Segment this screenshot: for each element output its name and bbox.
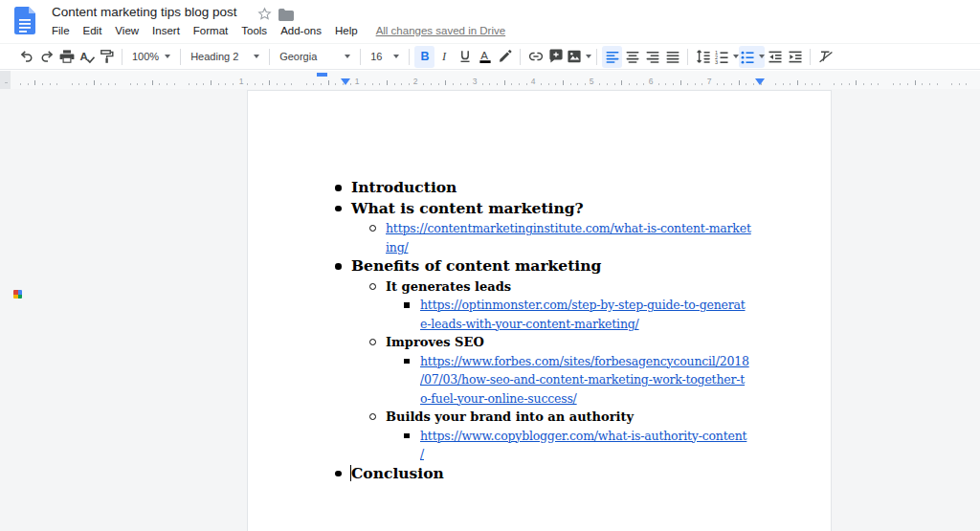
ruler-tick — [739, 80, 740, 85]
ruler-tick — [526, 83, 527, 85]
bulleted-list-button[interactable] — [739, 46, 765, 68]
list-bullet-icon — [369, 413, 376, 420]
doc-line[interactable]: https://optinmonster.com/step-by-step-gu… — [248, 296, 831, 315]
doc-link[interactable]: o-fuel-your-online-success/ — [420, 391, 577, 406]
doc-link[interactable]: https://contentmarketinginstitute.com/wh… — [386, 221, 751, 235]
italic-button[interactable]: I — [434, 46, 455, 68]
menu-file[interactable]: File — [45, 24, 77, 37]
document-page[interactable]: IntroductionWhat is content marketing?ht… — [247, 90, 832, 531]
ruler-tick — [519, 83, 520, 85]
print-button[interactable] — [56, 46, 77, 68]
doc-link[interactable]: https://www.copyblogger.com/what-is-auth… — [420, 429, 746, 443]
ruler-tick — [907, 83, 908, 85]
doc-line[interactable]: o-fuel-your-online-success/ — [248, 389, 831, 409]
ruler-tick — [306, 83, 307, 85]
font-dropdown[interactable]: Georgia — [275, 46, 355, 68]
menu-edit[interactable]: Edit — [77, 24, 109, 37]
doc-link[interactable]: https://optinmonster.com/step-by-step-gu… — [420, 298, 746, 312]
doc-line[interactable]: https://www.copyblogger.com/what-is-auth… — [248, 427, 831, 446]
doc-line[interactable]: Benefits of content marketing — [248, 256, 831, 277]
doc-line[interactable]: / — [248, 445, 831, 464]
undo-button[interactable] — [16, 46, 36, 68]
align-right-button[interactable] — [642, 46, 662, 68]
doc-line[interactable]: It generates leads — [248, 277, 831, 297]
toolbar-separator — [687, 49, 688, 65]
document-title[interactable]: Content marketing tips blog post — [52, 5, 237, 19]
doc-line[interactable]: /07/03/how-seo-and-content-marketing-wor… — [248, 370, 831, 389]
line-spacing-button[interactable] — [693, 46, 713, 68]
menu-help[interactable]: Help — [328, 24, 365, 37]
doc-link[interactable]: https://www.forbes.com/sites/forbesagenc… — [420, 354, 749, 368]
align-left-button[interactable] — [602, 46, 622, 68]
menu-tools[interactable]: Tools — [234, 24, 274, 37]
menu-add-ons[interactable]: Add-ons — [274, 24, 328, 37]
doc-line[interactable]: Improves SEO — [248, 333, 831, 352]
redo-button[interactable] — [36, 46, 56, 68]
paint-format-button[interactable] — [97, 46, 117, 68]
ruler-tick — [717, 83, 718, 85]
ruler-tick — [152, 80, 153, 85]
ruler-tick — [841, 83, 842, 85]
ruler-tick — [372, 83, 373, 85]
doc-line[interactable]: https://contentmarketinginstitute.com/wh… — [248, 219, 831, 238]
font-size-dropdown[interactable]: 16 — [366, 46, 404, 68]
doc-line[interactable]: ing/ — [248, 238, 831, 257]
highlight-button[interactable] — [495, 46, 515, 68]
numbered-list-button[interactable]: 123 — [713, 46, 739, 68]
doc-line[interactable]: e-leads-with-your-content-marketing/ — [248, 315, 831, 334]
insert-comment-button[interactable] — [546, 46, 566, 68]
clear-formatting-button[interactable] — [815, 46, 835, 68]
menu-insert[interactable]: Insert — [145, 24, 187, 37]
ruler-tick — [746, 83, 746, 85]
doc-line[interactable]: Conclusion — [248, 464, 831, 485]
underline-button[interactable] — [455, 46, 475, 68]
google-docs-logo-icon[interactable] — [14, 7, 35, 38]
styles-value: Heading 2 — [190, 51, 248, 62]
doc-heading: What is content marketing? — [351, 199, 584, 217]
ruler-tick — [438, 83, 439, 85]
insert-link-button[interactable] — [525, 46, 546, 68]
text-color-button[interactable]: A — [475, 46, 495, 68]
horizontal-ruler[interactable]: 11234567 — [0, 71, 980, 89]
doc-link[interactable]: e-leads-with-your-content-marketing/ — [420, 317, 639, 331]
spellcheck-button[interactable]: A — [77, 46, 97, 68]
zoom-dropdown[interactable]: 100% — [127, 46, 175, 68]
insert-image-button[interactable] — [566, 46, 591, 68]
first-line-indent-marker[interactable] — [317, 73, 327, 77]
chevron-down-icon — [393, 55, 399, 58]
ruler-tick — [328, 80, 329, 85]
doc-line[interactable]: https://www.forbes.com/sites/forbesagenc… — [248, 352, 831, 371]
ruler-tick — [247, 83, 248, 85]
ruler-tick — [665, 83, 666, 85]
ruler-tick — [541, 83, 542, 85]
print-icon — [58, 48, 76, 65]
ruler-tick — [636, 83, 637, 85]
menu-view[interactable]: View — [108, 24, 145, 37]
ruler-number: 7 — [707, 77, 712, 86]
spellcheck-icon: A — [78, 48, 96, 65]
ruler-tick — [915, 80, 916, 85]
align-center-button[interactable] — [622, 46, 642, 68]
ruler-tick — [863, 83, 864, 85]
ruler-tick — [145, 83, 145, 85]
increase-indent-button[interactable] — [785, 46, 805, 68]
doc-line[interactable]: What is content marketing? — [248, 199, 831, 220]
align-justify-button[interactable] — [662, 46, 682, 68]
doc-link[interactable]: ing/ — [386, 240, 408, 254]
doc-link[interactable]: / — [420, 447, 424, 461]
ruler-tick — [849, 83, 850, 85]
styles-dropdown[interactable]: Heading 2 — [186, 46, 264, 68]
chevron-down-icon[interactable] — [586, 55, 591, 58]
bold-button[interactable]: B — [414, 46, 434, 68]
doc-line[interactable]: Builds your brand into an authority — [248, 408, 831, 427]
google-docs-window: { "titlebar": { "doc_title": "Content ma… — [0, 0, 980, 531]
doc-line[interactable]: Introduction — [248, 178, 831, 199]
ruler-tick — [423, 83, 424, 85]
doc-link[interactable]: /07/03/how-seo-and-content-marketing-wor… — [420, 372, 745, 387]
italic-icon: I — [436, 48, 454, 65]
ruler-tick — [42, 83, 43, 85]
doc-heading: Benefits of content marketing — [351, 256, 601, 275]
save-status[interactable]: All changes saved in Drive — [376, 25, 506, 36]
menu-format[interactable]: Format — [187, 24, 234, 37]
decrease-indent-button[interactable] — [765, 46, 785, 68]
